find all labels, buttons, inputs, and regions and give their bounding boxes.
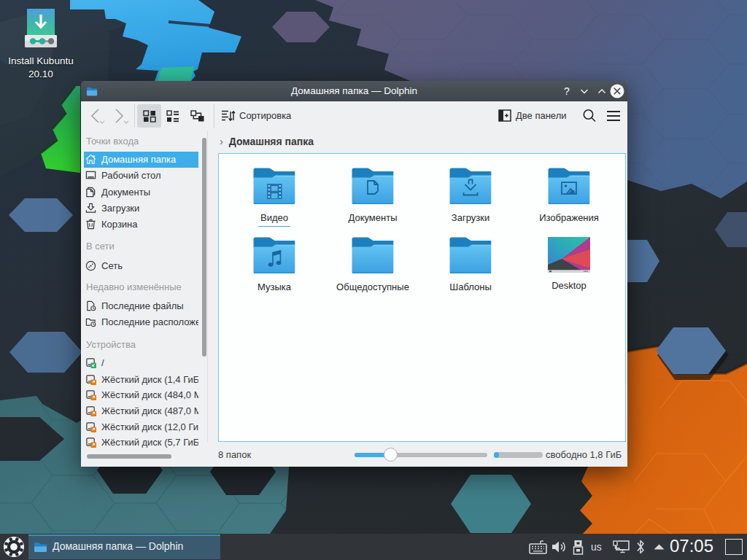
svg-text:?: ? [564,85,570,97]
